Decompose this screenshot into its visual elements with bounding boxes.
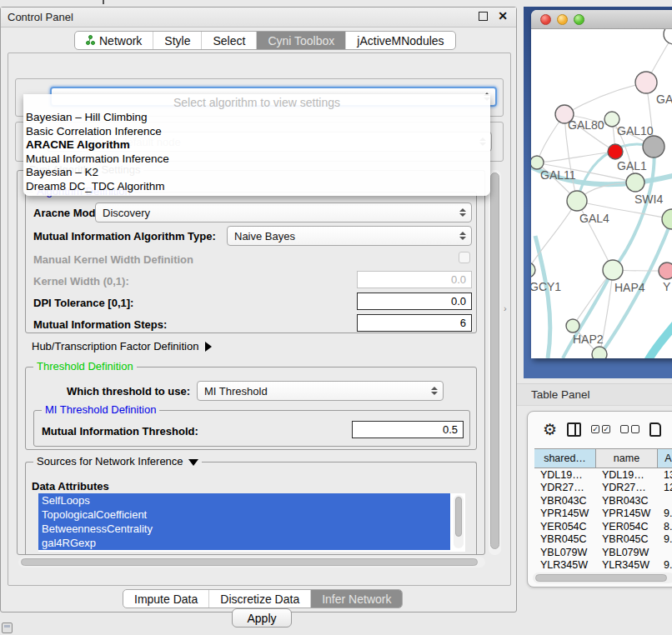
table-row[interactable]: YDR27… YDR27… 12 (534, 482, 672, 495)
tab-style[interactable]: Style (153, 32, 202, 49)
column-header-name[interactable]: name (596, 449, 658, 468)
table-horizontal-scrollbar[interactable] (533, 572, 672, 583)
manual-kernel-width-label: Manual Kernel Width Definition (33, 253, 193, 266)
bottom-tab-bar: Impute Data Discretize Data Infer Networ… (123, 589, 403, 608)
network-view-panel: GAL GAL80 GAL10 GAL1 GAL11 SWI4 GAL4 GCY… (524, 7, 672, 378)
manual-kernel-width-checkbox[interactable] (459, 252, 470, 263)
table-row[interactable]: YBL079W YBL079W (534, 546, 672, 559)
tab-cyni-toolbox[interactable]: Cyni Toolbox (257, 32, 346, 49)
table-panel-window: ⚙ ✓✓ shared… name A YDL19… YDL (527, 411, 672, 588)
mi-steps-input[interactable]: 6 (357, 314, 472, 332)
mi-algorithm-type-combo[interactable]: Naive Bayes (227, 226, 472, 246)
close-icon[interactable]: ✕ (498, 9, 508, 22)
export-table-icon[interactable] (649, 422, 661, 437)
minimize-traffic-light-icon[interactable] (557, 14, 568, 25)
hub-definition-expander[interactable]: Hub/Transcription Factor Definition (32, 340, 212, 352)
dropdown-item[interactable]: Basic Correlation Inference (23, 125, 490, 139)
node-label-gal80: GAL80 (568, 118, 604, 132)
hub-definition-label: Hub/Transcription Factor Definition (32, 340, 198, 352)
top-edge-tick (103, 0, 104, 4)
select-all-checkboxes-icon[interactable]: ✓✓ (591, 425, 610, 433)
attribute-item[interactable]: BetweennessCentrality (38, 522, 450, 536)
sources-title: Sources for Network Inference (33, 455, 202, 468)
mi-threshold-label: Mutual Information Threshold: (42, 425, 198, 438)
apply-button-label: Apply (247, 612, 276, 625)
tab-select[interactable]: Select (202, 32, 257, 49)
chevron-right-icon (205, 342, 212, 352)
dropdown-item[interactable]: Dream8 DC_TDC Algorithm (23, 180, 490, 194)
float-window-icon[interactable] (479, 12, 488, 21)
minimized-panel-icon[interactable] (2, 622, 13, 633)
close-traffic-light-icon[interactable] (540, 14, 551, 25)
stepper-icon (458, 203, 468, 222)
kernel-width-value: 0.0 (451, 273, 466, 286)
attribute-list-scrollbar[interactable] (454, 495, 464, 548)
network-window[interactable]: GAL GAL80 GAL10 GAL1 GAL11 SWI4 GAL4 GCY… (531, 10, 672, 358)
tab-select-label: Select (213, 34, 245, 48)
stepper-icon (458, 227, 468, 245)
tab-jactivemnodules[interactable]: jActiveMNodules (346, 32, 454, 49)
mi-algorithm-type-value: Naive Bayes (234, 230, 295, 242)
tab-network[interactable]: Network (75, 32, 153, 49)
tab-impute-data[interactable]: Impute Data (123, 590, 209, 608)
network-canvas[interactable]: GAL GAL80 GAL10 GAL1 GAL11 SWI4 GAL4 GCY… (531, 29, 672, 358)
dropdown-item[interactable]: Mutual Information Inference (23, 152, 490, 167)
mi-steps-value: 6 (460, 317, 466, 329)
deselect-all-checkboxes-icon[interactable] (620, 425, 639, 433)
which-threshold-label: Which threshold to use: (67, 385, 190, 398)
control-panel: Control Panel ✕ Network Style Select Cyn… (0, 7, 517, 612)
node-label-gal10: GAL10 (617, 124, 654, 138)
column-header-shared-name[interactable]: shared… (534, 449, 596, 468)
dropdown-item[interactable]: Bayesian – Hill Climbing (23, 111, 490, 125)
kernel-width-label: Kernel Width (0,1): (33, 275, 129, 288)
column-header-partial[interactable]: A (658, 449, 672, 468)
table-row[interactable]: YLR345W YLR345W 9. (534, 559, 672, 571)
gear-icon[interactable]: ⚙ (543, 422, 557, 438)
network-window-titlebar (531, 10, 672, 29)
apply-button[interactable]: Apply (232, 608, 292, 628)
attribute-item[interactable]: gal4RGexp (38, 536, 450, 550)
table-row[interactable]: YPR145W YPR145W 9. (534, 508, 672, 521)
aracne-mode-combo[interactable]: Discovery (95, 202, 472, 222)
dropdown-placeholder: Select algorithm to view settings (23, 96, 490, 111)
kernel-width-input[interactable]: 0.0 (357, 271, 472, 288)
table-row[interactable]: YBR043C YBR043C (534, 494, 672, 508)
tab-infer-network-label: Infer Network (322, 592, 391, 606)
table-header-row: shared… name A (534, 448, 672, 468)
tab-discretize-data[interactable]: Discretize Data (209, 590, 311, 608)
threshold-definition-title: Threshold Definition (33, 360, 137, 372)
dpi-tolerance-input[interactable]: 0.0 (357, 292, 472, 310)
control-panel-header: Control Panel ✕ (1, 8, 516, 28)
dropdown-item-selected[interactable]: ARACNE Algorithm (23, 138, 490, 152)
attribute-item[interactable]: TopologicalCoefficient (38, 508, 450, 522)
stepper-icon (429, 382, 439, 400)
columns-icon[interactable] (567, 422, 581, 437)
node-label-gal4: GAL4 (579, 212, 609, 225)
attribute-item[interactable]: SelfLoops (38, 493, 450, 508)
table-row[interactable]: YER054C YER054C 8. (534, 520, 672, 533)
network-graph: GAL GAL80 GAL10 GAL1 GAL11 SWI4 GAL4 GCY… (531, 29, 672, 358)
settings-horizontal-scrollbar[interactable] (18, 557, 485, 568)
network-icon (86, 35, 95, 46)
settings-vertical-scrollbar[interactable] (489, 170, 501, 555)
dropdown-item[interactable]: Bayesian – K2 (23, 166, 490, 180)
tab-jactivemnodules-label: jActiveMNodules (357, 34, 444, 48)
table-toolbar: ⚙ ✓✓ (528, 412, 672, 447)
tab-cyni-toolbox-label: Cyni Toolbox (268, 34, 334, 48)
table-body[interactable]: YDL19… YDL19… 13 YDR27… YDR27… 12 YBR043… (534, 468, 672, 570)
app-root: Control Panel ✕ Network Style Select Cyn… (0, 0, 672, 635)
table-row[interactable]: YBR045C YBR045C 9. (534, 533, 672, 547)
which-threshold-combo[interactable]: MI Threshold (197, 381, 444, 401)
table-row[interactable]: YDL19… YDL19… 13 (534, 468, 672, 482)
mi-threshold-input[interactable]: 0.5 (352, 421, 464, 438)
tab-network-label: Network (99, 34, 142, 48)
tab-infer-network[interactable]: Infer Network (311, 590, 402, 608)
node-label-gal1: GAL1 (617, 159, 647, 172)
mi-algorithm-type-label: Mutual Information Algorithm Type: (33, 230, 216, 242)
node-label-gal-partial: GAL (656, 92, 672, 106)
splitter-handle[interactable]: › (504, 303, 507, 313)
zoom-traffic-light-icon[interactable] (574, 14, 584, 25)
cyni-tab-content: gal filtered.sif default node Select alg… (8, 52, 511, 586)
table-panel-header: Table Panel (517, 383, 672, 406)
data-attributes-label: Data Attributes (32, 480, 109, 492)
